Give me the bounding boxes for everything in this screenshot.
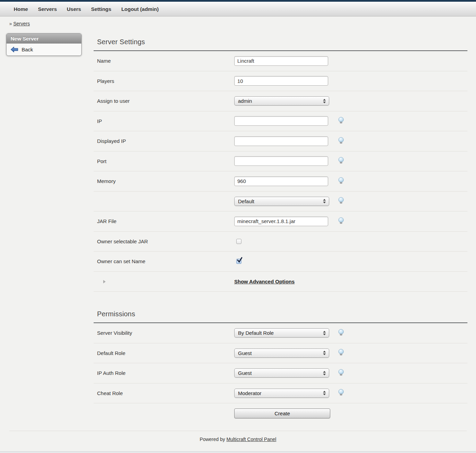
jar-type-select[interactable]: Default xyxy=(234,197,329,206)
displayed-ip-label: Displayed IP xyxy=(94,138,234,144)
checkmark-icon xyxy=(237,257,242,265)
assign-to-user-select[interactable]: admin xyxy=(234,96,329,106)
ip-auth-role-value: Guest xyxy=(238,370,252,376)
players-input[interactable] xyxy=(234,76,328,86)
breadcrumb-marker: » xyxy=(9,21,12,26)
owner-selectable-jar-checkbox[interactable] xyxy=(236,239,241,244)
breadcrumb: » Servers xyxy=(9,21,476,26)
form-row-ip: IP xyxy=(94,111,467,132)
owner-can-set-name-label: Owner can set Name xyxy=(94,258,234,264)
form-row-jar-file: JAR File xyxy=(94,211,467,232)
port-label: Port xyxy=(94,158,234,164)
create-button[interactable]: Create xyxy=(234,408,330,418)
default-role-select[interactable]: Guest xyxy=(234,348,329,358)
footer-powered-by-text: Powered by xyxy=(200,437,226,442)
form-row-advanced-options: Show Advanced Options xyxy=(94,272,467,292)
port-help-bulb-icon[interactable] xyxy=(338,157,344,165)
assign-to-user-label: Assign to user xyxy=(94,98,234,104)
form-row-name: Name xyxy=(94,51,467,71)
form-row-server-visibility: Server Visibility By Default Role xyxy=(94,323,467,343)
server-visibility-value: By Default Role xyxy=(238,330,274,336)
form-row-cheat-role: Cheat Role Moderator xyxy=(94,383,467,404)
select-stepper-icon xyxy=(323,371,326,375)
default-role-value: Guest xyxy=(238,350,252,356)
name-input[interactable] xyxy=(234,56,328,66)
permissions-title: Permissions xyxy=(97,310,467,318)
form-row-create: Create xyxy=(94,403,467,424)
back-label: Back xyxy=(22,47,33,52)
cheat-role-select[interactable]: Moderator xyxy=(234,389,329,398)
assign-to-user-value: admin xyxy=(238,98,252,104)
jar-type-help-bulb-icon[interactable] xyxy=(338,197,344,205)
server-visibility-help-bulb-icon[interactable] xyxy=(338,329,344,337)
port-input[interactable] xyxy=(234,156,328,166)
ip-label: IP xyxy=(94,118,234,124)
jar-type-value: Default xyxy=(238,198,254,204)
nav-item-users[interactable]: Users xyxy=(67,6,81,12)
owner-can-set-name-checkbox[interactable] xyxy=(236,259,241,264)
form-row-players: Players xyxy=(94,71,467,91)
form-row-ip-auth-role: IP Auth Role Guest xyxy=(94,363,467,383)
select-stepper-icon xyxy=(323,331,326,335)
memory-help-bulb-icon[interactable] xyxy=(338,177,344,185)
form-row-displayed-ip: Displayed IP xyxy=(94,131,467,151)
server-visibility-select[interactable]: By Default Role xyxy=(234,328,329,338)
permissions-section-head: Permissions xyxy=(94,305,467,323)
back-arrow-icon xyxy=(11,47,18,52)
displayed-ip-help-bulb-icon[interactable] xyxy=(338,137,344,145)
main-nav: Home Servers Users Settings Logout (admi… xyxy=(0,2,476,16)
cheat-role-help-bulb-icon[interactable] xyxy=(338,389,344,397)
server-settings-title: Server Settings xyxy=(97,38,467,46)
footer-multicraft-link[interactable]: Multicraft Control Panel xyxy=(226,437,276,442)
select-stepper-icon xyxy=(323,99,326,103)
default-role-label: Default Role xyxy=(94,350,234,356)
default-role-help-bulb-icon[interactable] xyxy=(338,349,344,357)
form-row-owner-selectable-jar: Owner selectable JAR xyxy=(94,232,467,252)
name-label: Name xyxy=(94,58,234,64)
main-content: Server Settings Name Players Assign to u… xyxy=(94,33,467,424)
cheat-role-label: Cheat Role xyxy=(94,390,234,396)
bottom-strip xyxy=(0,451,476,453)
ip-help-bulb-icon[interactable] xyxy=(338,117,344,125)
players-label: Players xyxy=(94,78,234,84)
nav-item-servers[interactable]: Servers xyxy=(38,6,57,12)
nav-item-home[interactable]: Home xyxy=(14,6,28,12)
memory-label: Memory xyxy=(94,178,234,184)
form-row-memory: Memory xyxy=(94,171,467,192)
server-visibility-label: Server Visibility xyxy=(94,330,234,336)
jar-file-label: JAR File xyxy=(94,218,234,224)
form-row-port: Port xyxy=(94,151,467,172)
form-row-jar-type: Default xyxy=(94,192,467,212)
show-advanced-options-link[interactable]: Show Advanced Options xyxy=(234,279,295,284)
server-settings-section-head: Server Settings xyxy=(94,33,467,51)
new-server-panel: New Server Back xyxy=(6,33,82,56)
form-row-owner-can-set-name: Owner can set Name xyxy=(94,252,467,272)
displayed-ip-input[interactable] xyxy=(234,136,328,146)
breadcrumb-link-servers[interactable]: Servers xyxy=(13,21,30,26)
select-stepper-icon xyxy=(323,199,326,204)
jar-file-help-bulb-icon[interactable] xyxy=(338,217,344,225)
footer-divider xyxy=(9,431,467,431)
jar-file-input[interactable] xyxy=(234,217,328,226)
owner-selectable-jar-label: Owner selectable JAR xyxy=(94,238,234,244)
footer: Powered by Multicraft Control Panel xyxy=(0,437,476,442)
select-stepper-icon xyxy=(323,391,326,395)
form-row-assign-to-user: Assign to user admin xyxy=(94,91,467,111)
nav-item-logout[interactable]: Logout (admin) xyxy=(121,6,159,12)
ip-input[interactable] xyxy=(234,116,328,126)
form-row-default-role: Default Role Guest xyxy=(94,343,467,364)
ip-auth-role-select[interactable]: Guest xyxy=(234,368,329,378)
ip-auth-role-help-bulb-icon[interactable] xyxy=(338,369,344,377)
disclosure-triangle-icon[interactable] xyxy=(103,280,106,283)
nav-item-settings[interactable]: Settings xyxy=(91,6,111,12)
cheat-role-value: Moderator xyxy=(238,390,261,396)
ip-auth-role-label: IP Auth Role xyxy=(94,370,234,376)
panel-title: New Server xyxy=(7,34,81,44)
memory-input[interactable] xyxy=(234,176,328,186)
select-stepper-icon xyxy=(323,351,326,355)
back-button[interactable]: Back xyxy=(11,47,33,52)
